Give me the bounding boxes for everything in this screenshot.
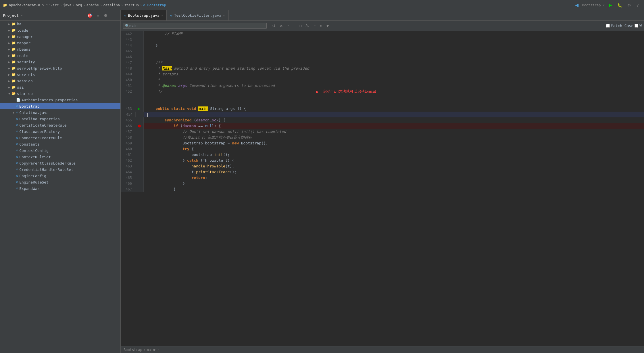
sidebar-item-connectorcreaterule[interactable]: ⊙ ConnectorCreateRule [0, 135, 120, 141]
sidebar-item-contextconfig[interactable]: ⊙ ContextConfig [0, 147, 120, 154]
search-regex-button[interactable]: .* [312, 23, 317, 29]
breadcrumb-java[interactable]: java [63, 3, 72, 7]
search-reset-button[interactable]: ↺ [271, 23, 277, 29]
dropdown-bootstrap[interactable]: Bootstrap ▾ [582, 3, 605, 7]
folder-icon: 📁 [11, 79, 16, 83]
line-content-464: t.printStackTrace(); [144, 169, 644, 175]
expand-arrow: ▶ [7, 60, 11, 64]
search-bar: 🔍 ↺ ✕ ↑ ↓ □ Az .* ≡ ▼ Match Case W [121, 21, 644, 31]
folder-icon: 📁 [11, 72, 16, 77]
sidebar-item-certificaterule[interactable]: ⊙ CertificateCreateRule [0, 122, 120, 128]
sidebar-tree: ▶ 📁 ha ▶ 📁 loader ▶ 📁 manager ▶ 📁 mapper… [0, 21, 120, 353]
sidebar-item-ssi[interactable]: ▶ 📁 ssi [0, 84, 120, 90]
sidebar-item-engineruleset[interactable]: ⊙ EngineRuleSet [0, 179, 120, 185]
search-filter-button[interactable]: ▼ [324, 23, 331, 29]
sidebar-settings-button[interactable]: ⚙ [102, 12, 109, 19]
search-input[interactable] [129, 24, 265, 28]
sidebar-item-bootstrap[interactable]: ⊙ Bootstrap [0, 103, 120, 109]
line-indicators-444 [135, 43, 144, 48]
line-number-454: 454 [121, 112, 136, 117]
sidebar-item-mbeans[interactable]: ▶ 📁 mbeans [0, 46, 120, 52]
search-close-button[interactable]: ✕ [278, 23, 284, 29]
sidebar-item-mapper[interactable]: ▶ 📁 mapper [0, 40, 120, 46]
code-line-466: 466 } [121, 181, 644, 186]
line-indicators-462 [135, 158, 144, 163]
class-icon: ⊙ [16, 174, 18, 178]
sidebar-item-loader[interactable]: ▶ 📁 loader [0, 27, 120, 33]
code-line-459: 459 Bootstrap bootstrap = new Bootstrap(… [121, 140, 644, 146]
folder-icon: 📁 [11, 41, 16, 45]
line-number-463: 463 [121, 163, 135, 169]
line-content-451: * @param args Command line arguments to … [144, 83, 644, 89]
line-content-452: */ 启动main方法就可以启动tomcat [144, 89, 644, 106]
folder-icon: 📁 [11, 47, 16, 51]
sidebar-item-copyparent[interactable]: ⊙ CopyParentClassLoaderRule [0, 160, 120, 166]
match-word-checkbox[interactable] [635, 24, 638, 28]
expand-arrow-startup: ▼ [7, 92, 11, 95]
sidebar-item-realm[interactable]: ▶ 📁 realm [0, 52, 120, 59]
breadcrumb-catalina[interactable]: catalina [103, 3, 120, 7]
tab-bootstrap[interactable]: ⊙ Bootstrap.java ✕ [121, 10, 167, 20]
line-number-453: 453 [121, 106, 135, 112]
sidebar-item-credentialhandler[interactable]: ⊙ CredentialHandlerRuleSet [0, 166, 120, 173]
line-indicators-449 [135, 71, 144, 77]
expand-arrow: ▶ [7, 73, 11, 76]
match-word-label: W [639, 24, 642, 28]
match-case-label: Match Case [611, 24, 633, 28]
search-up-button[interactable]: ↑ [286, 23, 291, 29]
search-down-button[interactable]: ↓ [292, 23, 297, 29]
line-content-466: } [144, 181, 644, 186]
search-word-button[interactable]: ≡ [318, 23, 323, 28]
run-button[interactable]: ▶ [607, 1, 614, 9]
search-format-button[interactable]: Az [304, 23, 310, 29]
breadcrumb-org[interactable]: org [76, 3, 82, 7]
search-expand-button[interactable]: □ [298, 23, 303, 29]
collapse-button[interactable]: ↙ [635, 2, 641, 8]
sidebar-item-security[interactable]: ▶ 📁 security [0, 59, 120, 65]
sidebar-item-manager[interactable]: ▶ 📁 manager [0, 33, 120, 40]
debug-button[interactable]: 🐛 [616, 2, 624, 8]
navigate-back-button[interactable]: ◀ [574, 1, 580, 9]
sidebar-item-catalina[interactable]: ▶ ⊙ Catalina.java [0, 109, 120, 116]
code-editor[interactable]: 442 // FIXME 443 444 } 445 [121, 31, 644, 346]
line-number-452: 452 [121, 89, 135, 106]
settings-button[interactable]: ⚙ [626, 2, 633, 8]
breadcrumb-apache[interactable]: apache [86, 3, 99, 7]
class-icon: ⊙ [16, 161, 18, 165]
tab-close-button2[interactable]: ✕ [223, 14, 225, 17]
sidebar-item-authenticators[interactable]: 📄 Authenticators.properties [0, 97, 120, 103]
tab-testcookiefilter[interactable]: ⊙ TestCookieFilter.java ✕ [167, 10, 228, 20]
sidebar-item-classloaderfactory[interactable]: ⊙ ClassLoaderFactory [0, 128, 120, 135]
run-arrow-icon: ▶ [138, 106, 140, 112]
breadcrumb-bottom-bootstrap: Bootstrap [124, 348, 142, 352]
sidebar-item-catalinaprops[interactable]: ⊙ CatalinaProperties [0, 116, 120, 122]
class-icon: ⊙ [16, 136, 18, 140]
sidebar-item-engineconfig[interactable]: ⊙ EngineConfig [0, 173, 120, 179]
expand-arrow: ▶ [7, 22, 11, 26]
sidebar-item-servlet4preview[interactable]: ▶ 📁 servlet4preview.http [0, 65, 120, 71]
folder-icon: 📁 [11, 85, 16, 89]
sidebar: Project ▾ 🎯 ≡ ⚙ — ▶ 📁 ha ▶ 📁 loader [0, 10, 121, 353]
breadcrumb-bootstrap[interactable]: ⊙ Bootstrap [143, 3, 166, 7]
sidebar-item-ha[interactable]: ▶ 📁 ha [0, 21, 120, 27]
breadcrumb-startup[interactable]: startup [124, 3, 139, 7]
sidebar-close-button[interactable]: — [111, 12, 118, 19]
sidebar-item-startup[interactable]: ▼ 📂 startup [0, 90, 120, 97]
sidebar-collapse-button[interactable]: ≡ [95, 12, 101, 19]
expand-arrow: ▶ [7, 48, 11, 51]
breadcrumb-project[interactable]: apache-tomcat-8.5.53-src [9, 3, 59, 7]
folder-icon: 📁 [11, 66, 16, 70]
line-indicators-463 [135, 163, 144, 169]
sidebar-item-constants[interactable]: ⊙ Constants [0, 141, 120, 147]
line-indicators-467 [135, 186, 144, 192]
breadcrumb: apache-tomcat-8.5.53-src › java › org › … [9, 3, 166, 7]
sidebar-item-contextruleset[interactable]: ⊙ ContextRuleSet [0, 154, 120, 160]
match-case-checkbox[interactable] [606, 24, 610, 28]
sidebar-item-servlets[interactable]: ▶ 📁 servlets [0, 71, 120, 78]
sidebar-item-expandwar[interactable]: ⊙ ExpandWar [0, 185, 120, 192]
sidebar-item-session[interactable]: ▶ 📁 session [0, 78, 120, 84]
sidebar-locate-button[interactable]: 🎯 [86, 12, 94, 19]
line-content-461: bootstrap.init(); [144, 152, 644, 158]
line-content-456: if (daemon == null) { [144, 123, 644, 129]
tab-close-button[interactable]: ✕ [161, 14, 163, 17]
